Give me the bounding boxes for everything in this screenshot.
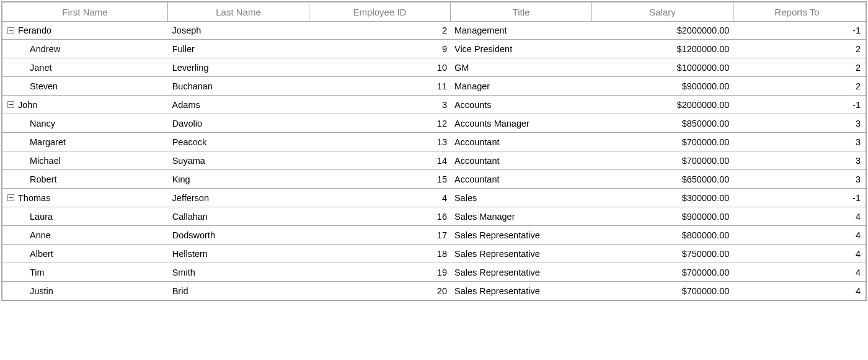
cell-title: Sales	[451, 193, 592, 203]
cell-lastname: Joseph	[169, 25, 310, 35]
table-row[interactable]: ThomasJefferson4Sales$300000.00-1	[2, 189, 866, 207]
cell-empid: 10	[309, 63, 451, 73]
cell-salary: $1200000.00	[592, 44, 733, 54]
cell-reports: 4	[733, 268, 866, 277]
table-row[interactable]: NancyDavolio12Accounts Manager$850000.00…	[2, 114, 866, 133]
cell-title: Sales Representative	[451, 268, 592, 277]
cell-title: Accountant	[451, 174, 592, 184]
firstname-text: Justin	[30, 286, 53, 296]
cell-lastname: King	[169, 174, 310, 184]
table-row[interactable]: JohnAdams3Accounts$2000000.00-1	[2, 96, 866, 114]
cell-reports: 3	[733, 156, 866, 166]
cell-empid: 19	[309, 268, 451, 277]
cell-firstname: John	[2, 100, 169, 110]
cell-salary: $2000000.00	[592, 100, 733, 110]
cell-lastname: Davolio	[169, 119, 310, 128]
cell-lastname: Hellstern	[169, 249, 310, 259]
cell-reports: 4	[733, 286, 866, 296]
firstname-text: Thomas	[18, 193, 50, 203]
collapse-icon[interactable]	[7, 194, 14, 201]
cell-title: Vice President	[451, 44, 592, 54]
cell-empid: 3	[309, 100, 451, 110]
cell-reports: 3	[733, 174, 866, 184]
cell-lastname: Suyama	[169, 156, 310, 166]
cell-firstname: Laura	[2, 212, 169, 222]
firstname-text: Nancy	[30, 119, 55, 128]
cell-firstname: Ferando	[2, 25, 169, 35]
cell-empid: 16	[309, 212, 451, 222]
cell-empid: 9	[309, 44, 451, 54]
cell-firstname: Nancy	[2, 119, 169, 128]
tree-grid[interactable]: First Name Last Name Employee ID Title S…	[1, 1, 867, 301]
cell-empid: 2	[309, 25, 451, 35]
cell-reports: 4	[733, 249, 866, 259]
firstname-text: Steven	[30, 81, 58, 91]
cell-firstname: Albert	[2, 249, 169, 259]
cell-title: Accountant	[451, 156, 592, 166]
table-row[interactable]: LauraCallahan16Sales Manager$900000.004	[2, 207, 866, 226]
cell-title: Sales Manager	[451, 212, 592, 222]
cell-firstname: Margaret	[2, 137, 169, 147]
column-header-salary[interactable]: Salary	[592, 2, 733, 22]
table-row[interactable]: AlbertHellstern18Sales Representative$75…	[2, 245, 866, 263]
cell-lastname: Brid	[169, 286, 310, 296]
cell-firstname: Robert	[2, 174, 169, 184]
cell-firstname: Justin	[2, 286, 169, 296]
table-row[interactable]: StevenBuchanan11Manager$900000.002	[2, 77, 866, 96]
column-header-firstname[interactable]: First Name	[2, 2, 168, 22]
table-row[interactable]: RobertKing15Accountant$650000.003	[2, 170, 866, 189]
cell-reports: 2	[733, 44, 866, 54]
table-row[interactable]: AnneDodsworth17Sales Representative$8000…	[2, 226, 866, 245]
cell-salary: $300000.00	[592, 193, 733, 203]
cell-title: Accounts Manager	[451, 119, 592, 128]
cell-reports: 4	[733, 230, 866, 240]
firstname-text: Andrew	[30, 44, 60, 54]
cell-lastname: Leverling	[169, 63, 310, 73]
cell-firstname: Thomas	[2, 193, 169, 203]
table-row[interactable]: FerandoJoseph2Management$2000000.00-1	[2, 21, 866, 40]
firstname-text: Anne	[30, 230, 51, 240]
column-header-lastname[interactable]: Last Name	[168, 2, 309, 22]
cell-reports: -1	[733, 100, 866, 110]
firstname-text: Robert	[30, 174, 57, 184]
cell-lastname: Fuller	[169, 44, 310, 54]
cell-salary: $850000.00	[592, 119, 733, 128]
table-row[interactable]: TimSmith19Sales Representative$700000.00…	[2, 263, 866, 282]
cell-reports: 3	[733, 137, 866, 147]
table-row[interactable]: JanetLeverling10GM$1000000.002	[2, 58, 866, 77]
cell-lastname: Jefferson	[169, 193, 310, 203]
cell-title: Manager	[451, 81, 592, 91]
cell-empid: 17	[309, 230, 451, 240]
cell-salary: $650000.00	[592, 174, 733, 184]
firstname-text: Margaret	[30, 137, 66, 147]
cell-title: Accounts	[451, 100, 592, 110]
cell-salary: $800000.00	[592, 230, 733, 240]
cell-salary: $900000.00	[592, 81, 733, 91]
cell-salary: $2000000.00	[592, 25, 733, 35]
cell-firstname: Michael	[2, 156, 169, 166]
cell-lastname: Peacock	[169, 137, 310, 147]
cell-empid: 13	[309, 137, 451, 147]
cell-salary: $900000.00	[592, 212, 733, 222]
cell-reports: 2	[733, 63, 866, 73]
cell-empid: 11	[309, 81, 451, 91]
cell-reports: 2	[733, 81, 866, 91]
table-row[interactable]: MichaelSuyama14Accountant$700000.003	[2, 151, 866, 170]
cell-lastname: Buchanan	[169, 81, 310, 91]
table-row[interactable]: JustinBrid20Sales Representative$700000.…	[2, 282, 866, 300]
cell-title: Accountant	[451, 137, 592, 147]
column-header-empid[interactable]: Employee ID	[309, 2, 451, 22]
cell-lastname: Callahan	[169, 212, 310, 222]
cell-lastname: Adams	[169, 100, 310, 110]
column-header-title[interactable]: Title	[451, 2, 592, 22]
table-row[interactable]: MargaretPeacock13Accountant$700000.003	[2, 133, 866, 151]
cell-reports: 4	[733, 212, 866, 222]
cell-title: Sales Representative	[451, 286, 592, 296]
firstname-text: Michael	[30, 156, 61, 166]
column-header-reports[interactable]: Reports To	[733, 2, 866, 22]
table-row[interactable]: AndrewFuller9Vice President$1200000.002	[2, 40, 866, 58]
cell-salary: $700000.00	[592, 137, 733, 147]
cell-title: Sales Representative	[451, 249, 592, 259]
collapse-icon[interactable]	[7, 27, 14, 34]
collapse-icon[interactable]	[7, 101, 14, 108]
